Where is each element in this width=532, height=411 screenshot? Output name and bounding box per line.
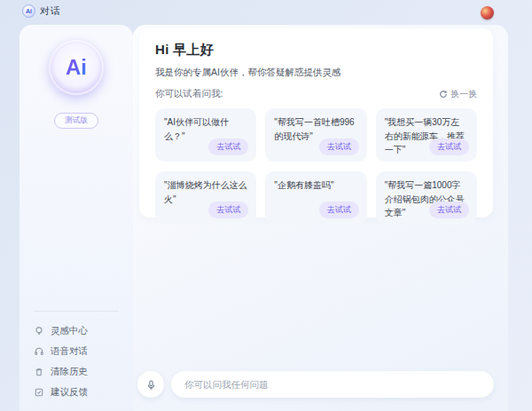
- try-it-button[interactable]: 去试试: [319, 202, 359, 218]
- chat-message-input[interactable]: [171, 371, 494, 398]
- beta-badge-label: 测试版: [54, 113, 98, 129]
- refresh-suggestions-button[interactable]: 换一换: [439, 88, 477, 100]
- sidebar-item-label: 建议反馈: [51, 386, 88, 399]
- suggestion-text: "AI伙伴可以做什么？": [164, 117, 229, 141]
- suggestions-header: 你可以试着问我: 换一换: [155, 88, 477, 100]
- try-it-button[interactable]: 去试试: [208, 138, 248, 155]
- microphone-icon: [145, 379, 157, 391]
- sidebar-item-label: 灵感中心: [51, 325, 88, 337]
- ai-logo-icon: Ai: [49, 40, 104, 95]
- welcome-card: Hi 早上好 我是你的专属AI伙伴，帮你答疑解惑提供灵感 你可以试着问我: 换一…: [139, 28, 493, 217]
- sidebar-item-feedback[interactable]: 建议反馈: [34, 382, 119, 402]
- app-title: 对话: [40, 4, 60, 18]
- ai-assistant-avatar: Ai: [20, 40, 133, 95]
- ai-logo-text: Ai: [66, 55, 87, 80]
- headset-icon: [34, 346, 44, 357]
- beta-badge: 测试版: [20, 110, 133, 129]
- voice-input-button[interactable]: [137, 371, 164, 398]
- user-avatar[interactable]: [481, 6, 494, 20]
- chat-main-panel: Hi 早上好 我是你的专属AI伙伴，帮你答疑解惑提供灵感 你可以试着问我: 换一…: [133, 25, 508, 411]
- try-it-button[interactable]: 去试试: [208, 202, 248, 218]
- suggestion-card[interactable]: "AI伙伴可以做什么？" 去试试: [155, 108, 256, 162]
- sidebar-item-voice-chat[interactable]: 语音对话: [34, 341, 119, 361]
- suggestion-text: "淄博烧烤为什么这么火": [164, 180, 247, 204]
- suggestion-grid: "AI伙伴可以做什么？" 去试试 "帮我写一首吐槽996的现代诗" 去试试 "我…: [155, 108, 477, 225]
- sidebar-item-label: 语音对话: [51, 345, 88, 358]
- try-it-button[interactable]: 去试试: [319, 138, 359, 155]
- refresh-icon: [439, 90, 448, 99]
- prompt-hint: 你可以试着问我:: [155, 88, 223, 100]
- bulb-icon: [34, 326, 44, 336]
- try-it-button[interactable]: 去试试: [429, 202, 469, 218]
- app-brand: Ai 对话: [22, 4, 60, 18]
- sidebar-item-inspiration[interactable]: 灵感中心: [34, 320, 119, 341]
- sidebar-divider: [34, 311, 119, 312]
- suggestion-text: "帮我写一首吐槽996的现代诗": [274, 117, 354, 141]
- top-bar: Ai 对话: [0, 0, 532, 25]
- trash-icon: [34, 367, 44, 377]
- suggestion-card[interactable]: "淄博烧烤为什么这么火" 去试试: [155, 171, 256, 225]
- sidebar-menu: 灵感中心 语音对话 清除历史 建议反馈: [34, 311, 119, 402]
- sidebar-item-label: 清除历史: [51, 366, 88, 378]
- try-it-button[interactable]: 去试试: [429, 138, 469, 155]
- suggestion-card[interactable]: "我想买一辆30万左右的新能源车，推荐一下" 去试试: [376, 108, 477, 162]
- suggestion-card[interactable]: "帮我写一首吐槽996的现代诗" 去试试: [265, 108, 366, 162]
- sidebar-item-clear-history[interactable]: 清除历史: [34, 361, 119, 382]
- refresh-label: 换一换: [450, 88, 477, 100]
- suggestion-card[interactable]: "企鹅有膝盖吗" 去试试: [265, 171, 366, 225]
- suggestion-card[interactable]: "帮我写一篇1000字介绍锅包肉的公众号文章" 去试试: [376, 171, 477, 225]
- greeting-subtitle: 我是你的专属AI伙伴，帮你答疑解惑提供灵感: [155, 67, 477, 79]
- sidebar: Ai 测试版 灵感中心 语音对话 清除历史: [20, 25, 133, 411]
- app-logo-icon: Ai: [22, 4, 35, 18]
- suggestion-text: "企鹅有膝盖吗": [274, 180, 333, 190]
- greeting-title: Hi 早上好: [155, 42, 477, 59]
- feedback-icon: [34, 387, 44, 398]
